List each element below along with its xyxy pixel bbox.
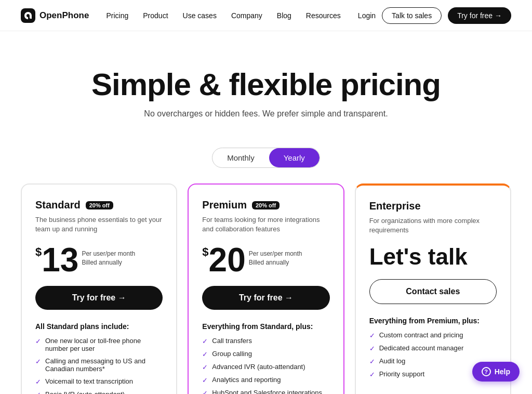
nav-use-cases[interactable]: Use cases <box>183 11 217 20</box>
nav-resources[interactable]: Resources <box>306 11 341 20</box>
premium-cta-button[interactable]: Try for free → <box>202 286 329 310</box>
svg-rect-0 <box>21 8 35 23</box>
pricing-cards: Standard 20% off The business phone esse… <box>0 183 532 394</box>
list-item: ✓HubSpot and Salesforce integrations <box>202 389 329 394</box>
enterprise-title: Enterprise <box>369 200 421 212</box>
billing-toggle: Monthly Yearly <box>212 148 320 168</box>
nav-product[interactable]: Product <box>143 11 168 20</box>
list-item: ✓Calling and messaging to US and Canadia… <box>35 357 163 373</box>
premium-dollar: $ <box>202 245 208 259</box>
check-icon: ✓ <box>202 337 208 345</box>
list-item: ✓Analytics and reporting <box>202 376 329 384</box>
login-button[interactable]: Login <box>358 11 376 20</box>
billing-toggle-wrap: Monthly Yearly <box>0 148 532 168</box>
logo[interactable]: OpenPhone <box>21 8 89 23</box>
premium-amount: 20 <box>209 243 246 277</box>
enterprise-title-row: Enterprise <box>369 200 497 212</box>
nav-actions: Login Talk to sales Try for free → <box>358 7 511 24</box>
standard-price: $ 13 Per user/per month Billed annually <box>35 243 163 277</box>
check-icon: ✓ <box>369 371 375 378</box>
standard-badge: 20% off <box>86 201 113 209</box>
talk-sales-button[interactable]: Talk to sales <box>382 7 442 24</box>
standard-card: Standard 20% off The business phone esse… <box>21 183 177 394</box>
check-icon: ✓ <box>202 389 208 394</box>
standard-amount: 13 <box>42 243 78 277</box>
standard-price-per: Per user/per month <box>82 249 135 258</box>
premium-card: Premium 20% off For teams looking for mo… <box>188 183 344 394</box>
navbar: OpenPhone Pricing Product Use cases Comp… <box>0 0 532 31</box>
list-item: ✓Call transfers <box>202 337 329 345</box>
premium-features-list: ✓Call transfers ✓Group calling ✓Advanced… <box>202 337 329 394</box>
check-icon: ✓ <box>202 350 208 358</box>
check-icon: ✓ <box>35 378 41 386</box>
yearly-toggle[interactable]: Yearly <box>269 148 320 167</box>
enterprise-desc: For organizations with more complex requ… <box>369 216 497 235</box>
premium-features-label: Everything from Standard, plus: <box>202 322 329 331</box>
list-item: ✓Voicemail to text transcription <box>35 377 163 386</box>
list-item: ✓One new local or toll-free phone number… <box>35 337 163 352</box>
standard-dollar: $ <box>35 245 42 259</box>
list-item: ✓Group calling <box>202 350 329 358</box>
premium-price-per: Per user/per month <box>249 249 302 258</box>
premium-title-row: Premium 20% off <box>202 199 329 211</box>
check-icon: ✓ <box>35 391 41 394</box>
check-icon: ✓ <box>202 363 208 371</box>
standard-features-list: ✓One new local or toll-free phone number… <box>35 337 163 394</box>
enterprise-features-label: Everything from Premium, plus: <box>369 317 497 325</box>
standard-desc: The business phone essentials to get you… <box>35 215 163 234</box>
standard-price-billed: Billed annually <box>82 258 135 267</box>
logo-icon <box>21 8 35 23</box>
check-icon: ✓ <box>369 345 375 352</box>
standard-features-label: All Standard plans include: <box>35 322 163 331</box>
check-icon: ✓ <box>35 358 41 365</box>
nav-pricing[interactable]: Pricing <box>106 11 128 20</box>
check-icon: ✓ <box>202 376 208 384</box>
premium-title: Premium <box>202 199 247 211</box>
hero-section: Simple & flexible pricing No overcharges… <box>0 31 532 129</box>
premium-price: $ 20 Per user/per month Billed annually <box>202 243 329 277</box>
nav-blog[interactable]: Blog <box>277 11 291 20</box>
premium-price-detail: Per user/per month Billed annually <box>249 249 302 267</box>
list-item: ✓Dedicated account manager <box>369 344 497 352</box>
enterprise-cta-button[interactable]: Contact sales <box>369 279 497 304</box>
premium-price-billed: Billed annually <box>249 258 302 267</box>
hero-subtitle: No overcharges or hidden fees. We prefer… <box>10 109 522 119</box>
standard-cta-button[interactable]: Try for free → <box>35 286 163 310</box>
premium-badge: 20% off <box>252 201 280 209</box>
nav-links: Pricing Product Use cases Company Blog R… <box>106 11 340 20</box>
standard-title-row: Standard 20% off <box>35 199 163 211</box>
try-free-nav-button[interactable]: Try for free → <box>448 7 511 24</box>
enterprise-lets-talk: Let's talk <box>369 244 497 269</box>
premium-desc: For teams looking for more integrations … <box>202 215 329 234</box>
standard-title: Standard <box>35 199 81 211</box>
help-icon: ? <box>482 367 491 376</box>
hero-title: Simple & flexible pricing <box>10 68 522 102</box>
logo-text: OpenPhone <box>39 10 89 21</box>
standard-price-detail: Per user/per month Billed annually <box>82 249 135 267</box>
help-button[interactable]: ? Help <box>472 362 520 382</box>
check-icon: ✓ <box>369 332 375 339</box>
check-icon: ✓ <box>35 337 41 345</box>
list-item: ✓Basic IVR (auto-attendant) <box>35 390 163 394</box>
nav-company[interactable]: Company <box>231 11 262 20</box>
check-icon: ✓ <box>369 358 375 365</box>
list-item: ✓Custom contract and pricing <box>369 331 497 339</box>
help-label: Help <box>495 367 510 376</box>
list-item: ✓Advanced IVR (auto-attendant) <box>202 363 329 371</box>
monthly-toggle[interactable]: Monthly <box>212 148 269 167</box>
